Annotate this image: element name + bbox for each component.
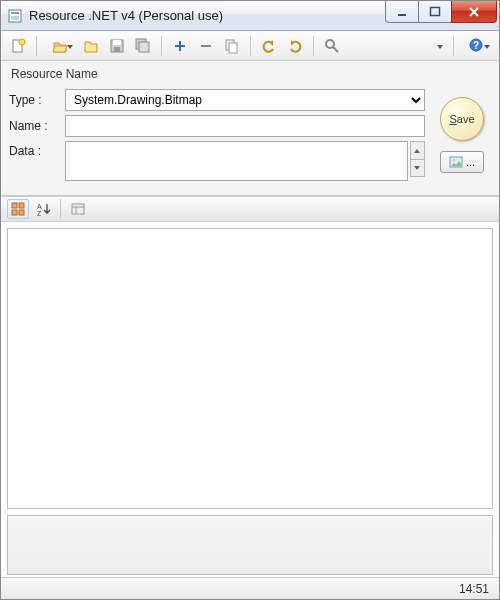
window-controls: [386, 1, 497, 23]
description-panel: [7, 515, 493, 575]
type-label: Type :: [9, 93, 65, 107]
svg-rect-26: [72, 204, 84, 214]
svg-rect-4: [431, 7, 440, 15]
svg-rect-13: [229, 43, 237, 53]
name-label: Name :: [9, 119, 65, 133]
browse-button[interactable]: ...: [440, 151, 484, 173]
form-group-label: Resource Name: [11, 67, 491, 81]
svg-point-14: [326, 40, 334, 48]
svg-rect-23: [19, 210, 24, 215]
categorized-view-button[interactable]: [7, 199, 29, 219]
svg-rect-3: [398, 14, 406, 16]
minimize-icon: [396, 6, 408, 18]
status-bar: 14:51: [1, 577, 499, 599]
image-icon: [449, 156, 463, 168]
copy-icon: [224, 38, 240, 54]
title-bar: Resource .NET v4 (Personal use): [1, 1, 499, 31]
find-button[interactable]: [321, 35, 343, 57]
browse-label: ...: [466, 156, 475, 168]
name-input[interactable]: [65, 115, 425, 137]
svg-point-6: [19, 39, 25, 45]
name-row: Name :: [9, 115, 425, 137]
open-button[interactable]: [44, 35, 76, 57]
data-textarea[interactable]: [65, 141, 408, 181]
folder-icon: [83, 38, 99, 54]
undo-icon: [261, 38, 277, 54]
undo-button[interactable]: [258, 35, 280, 57]
svg-text:A: A: [37, 203, 42, 210]
minus-icon: [199, 39, 213, 53]
svg-point-19: [452, 159, 455, 162]
type-row: Type : System.Drawing.Bitmap: [9, 89, 425, 111]
svg-rect-21: [19, 203, 24, 208]
toolbar-separator: [453, 36, 454, 56]
data-label: Data :: [9, 141, 65, 158]
svg-rect-2: [11, 16, 19, 20]
property-pages-icon: [70, 201, 86, 217]
svg-text:Z: Z: [37, 210, 42, 217]
data-scrollbar[interactable]: [410, 141, 425, 181]
save-icon: [109, 38, 125, 54]
save-all-icon: [135, 38, 151, 54]
new-button[interactable]: [7, 35, 29, 57]
new-file-icon: [10, 38, 26, 54]
maximize-button[interactable]: [418, 1, 452, 23]
svg-rect-1: [11, 12, 19, 14]
folder-button[interactable]: [80, 35, 102, 57]
app-icon: [7, 8, 23, 24]
svg-text:?: ?: [473, 40, 479, 51]
svg-rect-9: [114, 47, 120, 52]
close-icon: [467, 6, 481, 18]
toolbar-separator: [313, 36, 314, 56]
property-grid-toolbar: AZ: [1, 196, 499, 222]
property-grid[interactable]: [7, 228, 493, 509]
close-button[interactable]: [451, 1, 497, 23]
svg-rect-20: [12, 203, 17, 208]
find-icon: [324, 38, 340, 54]
property-pages-button[interactable]: [67, 199, 89, 219]
main-toolbar: ?: [1, 31, 499, 61]
svg-rect-8: [113, 40, 121, 45]
scroll-up-button[interactable]: [410, 141, 425, 159]
plus-icon: [173, 39, 187, 53]
menu-dropdown-button[interactable]: [428, 35, 446, 57]
help-icon: ?: [469, 38, 485, 54]
toolbar-separator: [250, 36, 251, 56]
maximize-icon: [429, 6, 441, 18]
svg-rect-22: [12, 210, 17, 215]
save-round-label: Save: [449, 113, 474, 125]
status-time: 14:51: [459, 582, 489, 596]
alpha-sort-icon: AZ: [35, 201, 51, 217]
categorized-icon: [10, 201, 26, 217]
toolbar-separator: [60, 199, 61, 219]
window-title: Resource .NET v4 (Personal use): [29, 8, 386, 23]
toolbar-separator: [161, 36, 162, 56]
resource-form: Resource Name Type : System.Drawing.Bitm…: [1, 61, 499, 196]
save-round-button[interactable]: Save: [440, 97, 484, 141]
minimize-button[interactable]: [385, 1, 419, 23]
add-button[interactable]: [169, 35, 191, 57]
save-all-button[interactable]: [132, 35, 154, 57]
type-select[interactable]: System.Drawing.Bitmap: [65, 89, 425, 111]
toolbar-separator: [36, 36, 37, 56]
save-button[interactable]: [106, 35, 128, 57]
scroll-down-button[interactable]: [410, 159, 425, 177]
redo-button[interactable]: [284, 35, 306, 57]
copy-button[interactable]: [221, 35, 243, 57]
svg-line-15: [333, 47, 338, 52]
alpha-sort-button[interactable]: AZ: [32, 199, 54, 219]
redo-icon: [287, 38, 303, 54]
remove-button[interactable]: [195, 35, 217, 57]
help-button[interactable]: ?: [461, 35, 493, 57]
open-folder-icon: [52, 38, 68, 54]
data-row: Data :: [9, 141, 425, 181]
svg-rect-11: [139, 42, 149, 52]
